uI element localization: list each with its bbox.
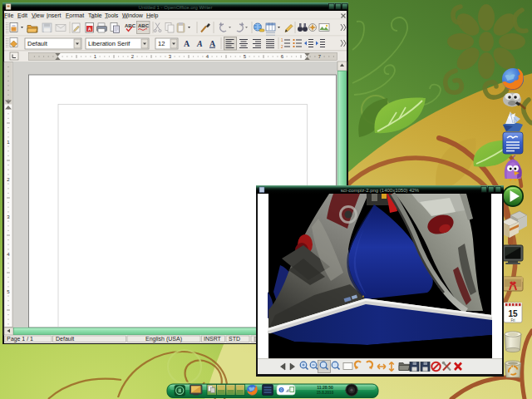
svg-text:Default: Default xyxy=(27,40,48,47)
svg-text:A: A xyxy=(209,39,216,48)
svg-text:Page 1 / 1: Page 1 / 1 xyxy=(7,336,33,342)
svg-text:Insert: Insert xyxy=(47,12,62,18)
svg-text:A: A xyxy=(88,27,91,32)
svg-text:File: File xyxy=(4,12,13,18)
svg-text:0: 0 xyxy=(280,387,283,392)
svg-text:Liberation Serif: Liberation Serif xyxy=(88,40,131,47)
svg-text:Table: Table xyxy=(88,12,102,18)
svg-text:View: View xyxy=(32,12,45,18)
svg-text:Fri: Fri xyxy=(510,318,515,323)
svg-text:12: 12 xyxy=(158,40,165,47)
svg-text:sci-compiz-2.png (1400x1050) 4: sci-compiz-2.png (1400x1050) 42% xyxy=(341,188,420,193)
svg-text:A: A xyxy=(196,39,203,48)
svg-text:Window: Window xyxy=(122,12,144,18)
svg-text:15.8.2010: 15.8.2010 xyxy=(317,391,334,395)
svg-text:Format: Format xyxy=(66,12,84,18)
svg-text:ABC: ABC xyxy=(125,23,136,28)
svg-text:INSRT: INSRT xyxy=(204,336,222,342)
svg-text:STD: STD xyxy=(229,336,240,342)
svg-text:Untitled 1 - OpenOffice.org Wr: Untitled 1 - OpenOffice.org Writer xyxy=(139,5,213,10)
svg-text:11:28:50: 11:28:50 xyxy=(317,385,333,390)
svg-text:A: A xyxy=(184,39,190,48)
svg-text:Edit: Edit xyxy=(17,12,27,18)
svg-text:Default: Default xyxy=(56,336,74,342)
svg-text:English (USA): English (USA) xyxy=(145,336,182,342)
svg-text:Tools: Tools xyxy=(105,12,119,18)
svg-text:Help: Help xyxy=(146,12,159,19)
svg-text:15: 15 xyxy=(508,309,518,318)
svg-text:ABC: ABC xyxy=(138,23,150,28)
